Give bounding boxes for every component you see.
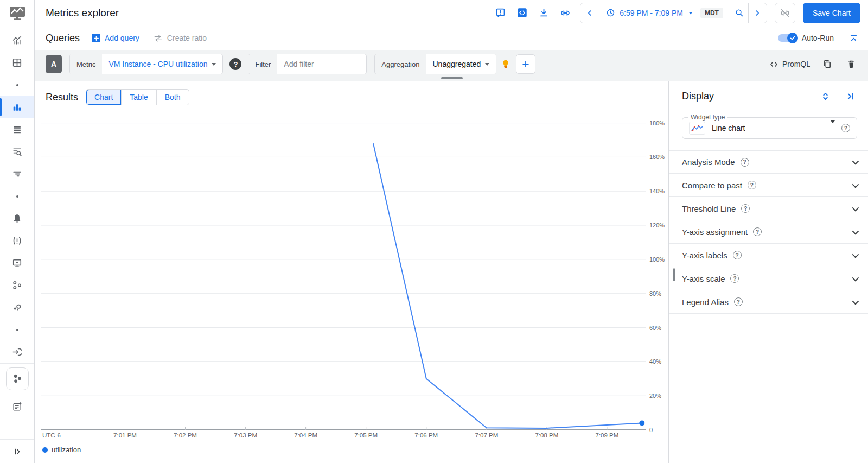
feedback-button[interactable] bbox=[493, 6, 507, 20]
sidebar-expand-button[interactable] bbox=[0, 439, 34, 463]
widget-type-label: Widget type bbox=[688, 113, 727, 121]
time-forward-button[interactable] bbox=[748, 3, 767, 23]
chevron-down-icon bbox=[852, 297, 859, 305]
section-compare-to-past[interactable]: Compare to past ? bbox=[669, 174, 868, 197]
code-editor-button[interactable] bbox=[515, 6, 529, 20]
help-icon[interactable]: ? bbox=[734, 297, 743, 306]
close-panel-button[interactable] bbox=[843, 89, 857, 103]
section-y-axis-labels[interactable]: Y-axis labels ? bbox=[669, 244, 868, 267]
lightbulb-icon bbox=[501, 59, 510, 69]
trace-icon bbox=[12, 169, 22, 179]
x-axis-tick-label: 7:09 PM bbox=[596, 432, 619, 439]
sidebar-item-dot-2[interactable] bbox=[0, 185, 34, 207]
section-y-axis-scale[interactable]: Y-axis scale ? bbox=[669, 267, 868, 290]
error-reporting-icon bbox=[12, 236, 22, 246]
metric-dropdown[interactable]: VM Instance - CPU utilization bbox=[102, 54, 222, 74]
link-off-icon bbox=[780, 8, 790, 18]
time-back-button[interactable] bbox=[580, 3, 599, 23]
chart-area: 180%160%140%120%100%80%60%40%20%0 UTC-6 … bbox=[35, 106, 668, 463]
save-chart-button[interactable]: Save Chart bbox=[803, 3, 860, 23]
sidebar-item-alerting[interactable] bbox=[0, 207, 34, 230]
sidebar-item-data-ingestion[interactable] bbox=[0, 341, 34, 363]
share-link-button[interactable] bbox=[558, 6, 572, 20]
unlink-charts-button[interactable] bbox=[775, 3, 795, 23]
metric-control: Metric VM Instance - CPU utilization bbox=[69, 54, 223, 74]
time-range-dropdown[interactable]: 6:59 PM - 7:09 PM MDT bbox=[599, 3, 730, 23]
code-brackets-icon bbox=[769, 60, 778, 69]
suggestion-button[interactable] bbox=[501, 59, 510, 69]
filter-control: Filter bbox=[248, 54, 367, 74]
section-analysis-mode[interactable]: Analysis Mode ? bbox=[669, 150, 868, 174]
aggregation-label: Aggregation bbox=[375, 54, 426, 74]
clock-icon bbox=[606, 8, 615, 17]
sidebar-item-overview[interactable] bbox=[0, 29, 34, 52]
legend-item-utilization[interactable]: utilization bbox=[42, 446, 81, 454]
tab-both[interactable]: Both bbox=[157, 90, 189, 105]
chart-plot[interactable] bbox=[41, 116, 646, 430]
section-legend-alias[interactable]: Legend Alias ? bbox=[669, 290, 868, 314]
chevron-down-icon bbox=[852, 251, 859, 258]
x-axis-tick-label: 7:03 PM bbox=[234, 432, 257, 439]
autorun-toggle[interactable] bbox=[778, 34, 796, 42]
tab-chart[interactable]: Chart bbox=[86, 90, 122, 105]
sidebar-item-integrations[interactable] bbox=[0, 296, 34, 319]
section-y-axis-assignment[interactable]: Y-axis assignment ? bbox=[669, 220, 868, 244]
monitoring-logo-icon[interactable] bbox=[0, 0, 34, 26]
sidebar-item-dot-1[interactable] bbox=[0, 74, 34, 96]
dot-icon bbox=[16, 329, 18, 331]
sidebar-item-dot-3[interactable] bbox=[0, 319, 34, 341]
aggregation-control: Aggregation Unaggregated bbox=[374, 54, 496, 74]
create-ratio-button[interactable]: Create ratio bbox=[154, 34, 207, 43]
sidebar-item-logs[interactable] bbox=[0, 118, 34, 141]
ratio-arrows-icon bbox=[154, 34, 163, 43]
line-chart-type-icon bbox=[689, 122, 705, 135]
time-zoom-button[interactable] bbox=[730, 3, 748, 23]
help-icon[interactable]: ? bbox=[730, 274, 739, 283]
help-icon[interactable]: ? bbox=[733, 251, 742, 259]
sidebar-item-logs-analytics[interactable] bbox=[0, 141, 34, 163]
x-axis-tick-label: 7:05 PM bbox=[354, 432, 378, 439]
sidebar-item-trace[interactable] bbox=[0, 163, 34, 185]
chevron-down-icon bbox=[852, 274, 859, 281]
sidebar-item-services[interactable] bbox=[0, 274, 34, 296]
sidebar-item-metrics-explorer[interactable] bbox=[0, 96, 34, 118]
add-query-button[interactable]: Add query bbox=[92, 34, 139, 42]
expand-all-sections-button[interactable] bbox=[818, 89, 832, 103]
collapse-queries-button[interactable] bbox=[849, 34, 858, 43]
search-icon bbox=[735, 8, 744, 17]
metric-help-button[interactable]: ? bbox=[229, 58, 241, 70]
y-axis-tick-label: 120% bbox=[649, 222, 665, 229]
sidebar-item-dashboards[interactable] bbox=[0, 52, 34, 74]
download-button[interactable] bbox=[537, 6, 551, 20]
aggregation-dropdown[interactable]: Unaggregated bbox=[426, 54, 496, 74]
duplicate-query-button[interactable] bbox=[820, 57, 834, 71]
bubbles-icon bbox=[12, 302, 22, 313]
sidebar-item-uptime-checks[interactable] bbox=[0, 252, 34, 274]
results-title: Results bbox=[46, 92, 78, 103]
chevron-down-icon bbox=[852, 181, 859, 188]
delete-query-button[interactable] bbox=[844, 57, 858, 71]
help-icon[interactable]: ? bbox=[741, 204, 750, 213]
panel-scrollbar[interactable] bbox=[673, 268, 675, 281]
y-axis-tick-label: 0 bbox=[649, 427, 653, 433]
help-icon[interactable]: ? bbox=[748, 181, 756, 189]
help-icon[interactable]: ? bbox=[741, 158, 749, 167]
widget-type-dropdown[interactable]: Widget type Line chart ? bbox=[682, 117, 857, 139]
sidebar-item-release-notes[interactable] bbox=[0, 394, 34, 420]
left-sidebar bbox=[0, 0, 35, 463]
queries-row: Queries Add query Create ratio Auto-Run bbox=[35, 26, 868, 50]
sidebar-item-kubernetes-engine[interactable] bbox=[0, 363, 34, 394]
chevron-down-icon bbox=[852, 158, 859, 165]
x-axis-labels: 7:01 PM7:02 PM7:03 PM7:04 PM7:05 PM7:06 … bbox=[41, 432, 646, 441]
sidebar-item-error-reporting[interactable] bbox=[0, 230, 34, 252]
tab-table[interactable]: Table bbox=[122, 90, 156, 105]
add-subquery-button[interactable] bbox=[516, 54, 535, 74]
plus-icon bbox=[92, 34, 100, 42]
widget-type-help-icon[interactable]: ? bbox=[841, 124, 850, 132]
help-icon[interactable]: ? bbox=[753, 227, 762, 236]
promql-button[interactable]: PromQL bbox=[769, 60, 810, 69]
filter-input[interactable] bbox=[284, 60, 360, 68]
widget-type-value: Line chart bbox=[712, 124, 745, 132]
section-threshold-line[interactable]: Threshold Line ? bbox=[669, 197, 868, 220]
resize-handle[interactable] bbox=[441, 77, 463, 79]
